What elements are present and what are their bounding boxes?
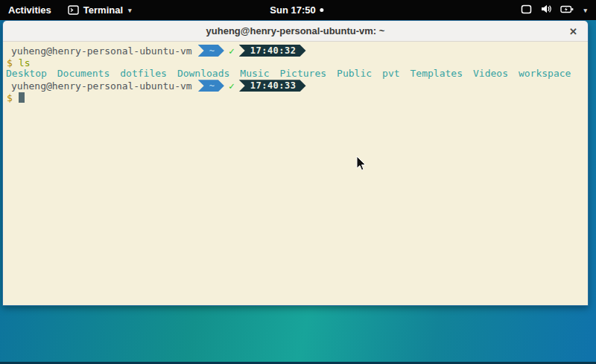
prompt-line: yuheng@henry-personal-ubuntu-vm ~ ✓ 17:4… — [6, 45, 585, 57]
volume-icon — [540, 4, 552, 16]
prompt-time-segment: 17:40:33 — [239, 80, 306, 92]
directory-entry: Downloads — [177, 68, 229, 79]
activities-button[interactable]: Activities — [0, 0, 60, 20]
app-menu-label: Terminal — [83, 4, 123, 16]
terminal-content[interactable]: yuheng@henry-personal-ubuntu-vm ~ ✓ 17:4… — [3, 42, 588, 305]
directory-entry: Videos — [473, 68, 508, 79]
window-title: yuheng@henry-personal-ubuntu-vm: ~ — [206, 25, 385, 36]
command-line: $ ls — [6, 57, 585, 68]
prompt-path-segment: ~ — [198, 80, 224, 92]
check-icon: ✓ — [229, 45, 235, 57]
clock-button[interactable]: Sun 17:50 — [270, 0, 323, 20]
battery-charging-icon — [560, 4, 574, 16]
directory-entry: Music — [240, 68, 269, 79]
prompt-time-segment: 17:40:32 — [239, 45, 306, 57]
prompt-user-host: yuheng@henry-personal-ubuntu-vm — [6, 45, 198, 57]
prompt-symbol: $ — [6, 92, 13, 103]
directory-entry: Pictures — [279, 68, 326, 79]
check-icon: ✓ — [229, 80, 235, 92]
ls-output-line: Desktop Documents dotfiles Downloads Mus… — [6, 68, 585, 80]
terminal-window: yuheng@henry-personal-ubuntu-vm: ~ ✕ yuh… — [2, 20, 589, 306]
chevron-down-icon: ▾ — [128, 7, 132, 14]
directory-entry: pvt — [382, 68, 399, 79]
prompt-path-segment: ~ — [198, 45, 224, 57]
window-titlebar[interactable]: yuheng@henry-personal-ubuntu-vm: ~ ✕ — [3, 21, 588, 42]
input-line: $ — [6, 92, 585, 103]
system-tray-menu[interactable]: ▾ — [512, 0, 596, 20]
screen-icon — [521, 4, 532, 16]
top-bar: Activities Terminal ▾ Sun 17:50 — [0, 0, 596, 20]
notification-dot — [320, 8, 324, 12]
prompt-line: yuheng@henry-personal-ubuntu-vm ~ ✓ 17:4… — [6, 80, 585, 92]
app-menu-terminal[interactable]: Terminal ▾ — [60, 0, 140, 20]
terminal-icon — [68, 5, 79, 15]
terminal-cursor — [19, 92, 25, 103]
directory-entry: dotfiles — [120, 68, 167, 79]
command-text: ls — [19, 57, 31, 68]
close-button[interactable]: ✕ — [569, 26, 577, 36]
chevron-down-icon: ▾ — [583, 7, 587, 14]
directory-entry: Public — [337, 68, 372, 79]
directory-entry: Documents — [57, 68, 110, 79]
prompt-symbol: $ — [6, 57, 13, 68]
directory-entry: Desktop — [6, 68, 47, 79]
prompt-user-host: yuheng@henry-personal-ubuntu-vm — [6, 80, 198, 92]
clock-label: Sun 17:50 — [270, 4, 315, 16]
directory-entry: workspace — [519, 68, 571, 79]
directory-entry: Templates — [410, 68, 463, 79]
